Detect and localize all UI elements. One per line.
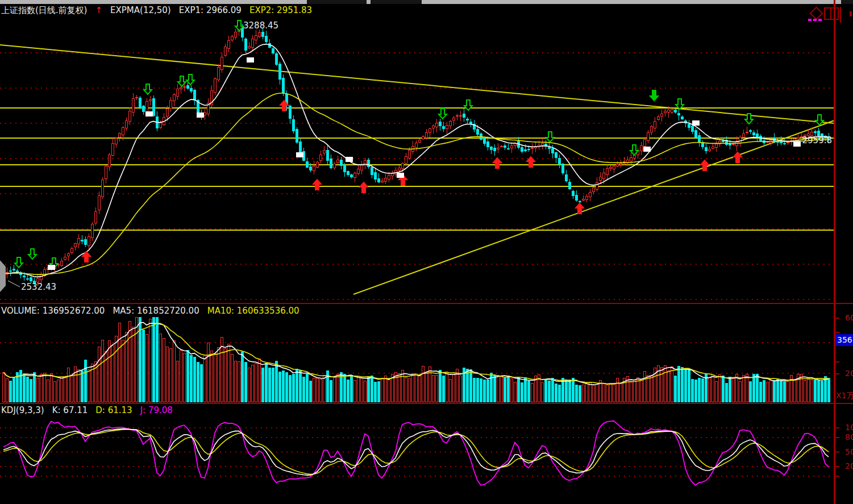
kdj-name[interactable]: KDJ(9,3,3) xyxy=(1,405,44,416)
volume-axis-label-top: 60000 xyxy=(845,313,853,322)
volume-panel[interactable] xyxy=(0,317,834,402)
volume-axis-label-mid: 20000 xyxy=(845,369,853,378)
toolbar-separator xyxy=(840,7,841,23)
kdj-axis-100: 100 xyxy=(845,423,853,432)
kdj-panel-header: KDJ(9,3,3)K: 67.11D: 61.13J: 79.08 xyxy=(1,405,181,416)
price-panel-header: 上证指数(日线.前复权)↑EXPMA(12,50)EXP1: 2966.09EX… xyxy=(1,5,320,16)
price-panel[interactable] xyxy=(0,16,834,303)
kdj-axis-20: 20 xyxy=(845,461,853,470)
volume-ma5-value: MA5: 161852720.00 xyxy=(113,305,199,316)
drawing-dots-icon[interactable] xyxy=(813,19,817,21)
volume-unit-label: X1万 xyxy=(836,391,853,401)
right-edge-mark xyxy=(850,11,852,16)
trend-up-arrow-icon: ↑ xyxy=(95,5,102,16)
symbol-title: 上证指数(日线.前复权) xyxy=(1,5,87,16)
drawing-dots-icon[interactable] xyxy=(808,19,812,21)
window-layout-icon[interactable] xyxy=(824,7,839,20)
indicator-name[interactable]: EXPMA(12,50) xyxy=(110,5,171,16)
volume-current-tag: 356 xyxy=(835,334,853,346)
trading-app-window: 3288.452532.432959.8 上证指数(日线.前复权)↑EXPMA(… xyxy=(0,0,853,504)
kdj-axis-80: 80 xyxy=(845,432,853,441)
kdj-axis-50: 50 xyxy=(845,447,853,456)
exp1-value: EXP1: 2966.09 xyxy=(179,5,242,16)
window-layout-icon-divider xyxy=(830,9,831,19)
volume-panel-header: VOLUME: 136952672.00MA5: 161852720.00MA1… xyxy=(1,305,307,316)
volume-ma10-value: MA10: 160633536.00 xyxy=(207,305,299,316)
drawing-dots-icon[interactable] xyxy=(818,19,822,21)
kdj-j-value: J: 79.08 xyxy=(140,405,173,416)
volume-value: VOLUME: 136952672.00 xyxy=(1,305,105,316)
kdj-k-value: K: 67.11 xyxy=(52,405,88,416)
kdj-panel[interactable] xyxy=(0,417,834,504)
kdj-d-value: D: 61.13 xyxy=(95,405,132,416)
exp2-value: EXP2: 2951.83 xyxy=(249,5,312,16)
